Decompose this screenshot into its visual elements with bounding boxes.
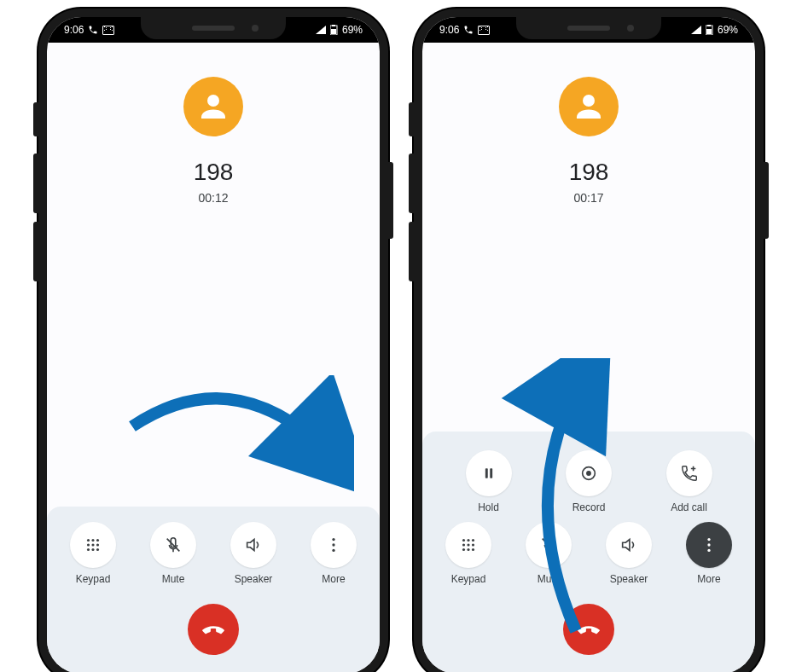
mute-icon — [539, 536, 558, 554]
hangup-button[interactable] — [563, 604, 614, 655]
keypad-icon — [459, 536, 478, 554]
add-call-label: Add call — [671, 501, 707, 513]
hangup-icon — [200, 617, 226, 642]
phone-mockup-left: 9:06 69% 198 00:12 Keypad — [38, 9, 388, 672]
mute-icon — [164, 536, 183, 554]
gmail-icon — [102, 26, 114, 35]
call-controls-panel-expanded: Hold Record Add call Keypad — [422, 432, 755, 672]
signal-icon — [690, 25, 702, 35]
battery-icon — [706, 25, 714, 35]
status-time: 9:06 — [439, 24, 459, 36]
record-label: Record — [572, 501, 606, 513]
avatar — [183, 77, 243, 136]
svg-rect-23 — [331, 29, 336, 34]
hangup-button[interactable] — [188, 604, 239, 655]
more-label: More — [697, 573, 720, 585]
person-icon — [195, 89, 231, 125]
hold-label: Hold — [478, 501, 499, 513]
speaker-icon — [619, 536, 638, 554]
call-duration: 00:17 — [573, 191, 603, 205]
call-controls-panel: Keypad Mute Speaker More — [47, 507, 380, 672]
status-time: 9:06 — [64, 24, 84, 36]
battery-icon — [330, 25, 339, 35]
battery-text: 69% — [718, 24, 738, 36]
avatar — [559, 77, 619, 136]
signal-icon — [315, 25, 327, 35]
mute-button[interactable]: Mute — [514, 522, 583, 585]
hold-icon — [480, 465, 497, 482]
phone-status-icon — [463, 25, 474, 35]
more-button[interactable]: More — [675, 522, 743, 585]
more-icon — [700, 536, 718, 554]
keypad-icon — [84, 536, 102, 554]
add-call-button[interactable]: Add call — [655, 450, 724, 513]
hangup-icon — [576, 617, 602, 642]
speaker-label: Speaker — [610, 573, 648, 585]
keypad-label: Keypad — [451, 573, 486, 585]
mute-label: Mute — [538, 573, 561, 585]
add-call-icon — [680, 464, 699, 483]
more-button[interactable]: More — [299, 522, 368, 585]
call-duration: 00:12 — [198, 191, 228, 205]
caller-number: 198 — [569, 159, 609, 186]
svg-rect-25 — [707, 25, 711, 26]
speaker-button[interactable]: Speaker — [219, 522, 288, 585]
mute-label: Mute — [162, 573, 185, 585]
svg-rect-26 — [706, 29, 712, 34]
more-label: More — [322, 573, 345, 585]
mute-button[interactable]: Mute — [139, 522, 207, 585]
phone-mockup-right: 9:06 69% 198 00:17 Hold — [414, 9, 764, 672]
phone-status-icon — [88, 25, 98, 35]
hold-button[interactable]: Hold — [455, 450, 523, 513]
record-icon — [579, 464, 598, 483]
speaker-button[interactable]: Speaker — [595, 522, 663, 585]
battery-text: 69% — [342, 24, 363, 36]
keypad-button[interactable]: Keypad — [434, 522, 503, 585]
keypad-label: Keypad — [76, 573, 111, 585]
svg-rect-22 — [332, 25, 335, 26]
gmail-icon — [478, 26, 490, 35]
speaker-icon — [244, 536, 263, 554]
more-icon — [324, 536, 343, 554]
keypad-button[interactable]: Keypad — [59, 522, 127, 585]
record-button[interactable]: Record — [555, 450, 623, 513]
person-icon — [571, 89, 607, 125]
speaker-label: Speaker — [235, 573, 273, 585]
caller-number: 198 — [194, 159, 234, 186]
